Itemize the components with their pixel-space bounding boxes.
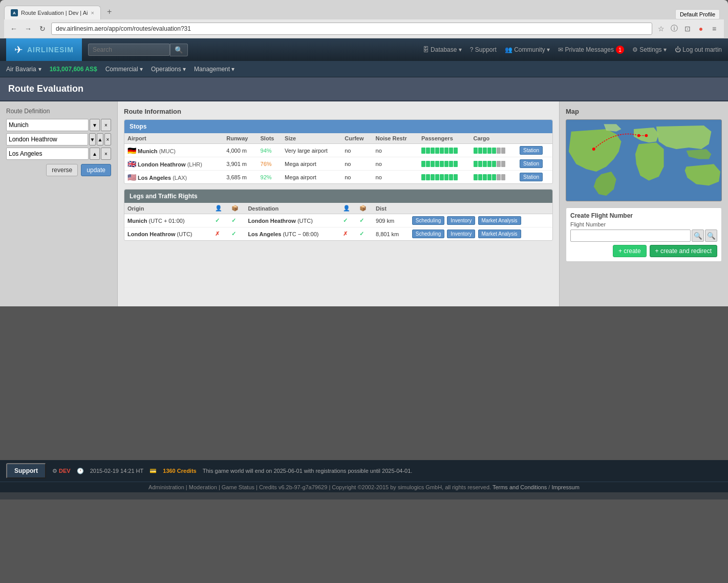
airport-remove-2[interactable]: × bbox=[104, 133, 111, 145]
col-slots: Slots bbox=[258, 133, 282, 144]
favicon: A bbox=[11, 9, 18, 16]
station-cell: Station bbox=[517, 144, 552, 157]
inventory-btn-2[interactable]: Inventory bbox=[447, 230, 475, 238]
search-input[interactable] bbox=[88, 44, 170, 56]
airport-down-2[interactable]: ▼ bbox=[89, 133, 96, 145]
cargo-status: ✓ bbox=[228, 227, 245, 241]
airport-remove-1[interactable]: × bbox=[101, 119, 111, 131]
extension-btn[interactable]: ● bbox=[695, 23, 706, 34]
app-container: ✈ AIRLINESIM 🔍 🗄 Database ▾ ? Support 👥 … bbox=[0, 38, 728, 499]
admin-link[interactable]: Administration bbox=[148, 484, 184, 490]
support-link[interactable]: ? Support bbox=[470, 46, 497, 53]
settings-link[interactable]: ⚙ Settings ▾ bbox=[632, 46, 667, 53]
market-analysis-btn-2[interactable]: Market Analysis bbox=[478, 230, 521, 238]
reverse-btn[interactable]: reverse bbox=[46, 164, 78, 176]
screenshot-btn[interactable]: ⊡ bbox=[682, 23, 693, 34]
search-area: 🔍 bbox=[88, 44, 188, 56]
pax-status: ✓ bbox=[212, 214, 228, 227]
bookmark-btn[interactable]: ☆ bbox=[655, 23, 667, 34]
forward-btn[interactable]: → bbox=[23, 23, 34, 34]
pax-seg bbox=[444, 148, 448, 154]
flag-de: 🇩🇪 bbox=[127, 147, 136, 155]
slots-pct: 92% bbox=[261, 174, 272, 180]
origin-cell: London Heathrow (UTC) bbox=[124, 227, 212, 241]
page-header: Route Evaluation bbox=[0, 77, 728, 101]
fn-search-btn-2[interactable]: 🔍 bbox=[705, 230, 717, 242]
moderation-link[interactable]: Moderation bbox=[189, 484, 217, 490]
close-tab-icon[interactable]: × bbox=[91, 10, 94, 16]
logo-area: ✈ AIRLINESIM bbox=[6, 38, 82, 61]
airport-input-2[interactable] bbox=[6, 133, 88, 145]
airport-down-1[interactable]: ▼ bbox=[90, 119, 100, 131]
cargo-seg bbox=[487, 148, 491, 154]
cargo-seg bbox=[492, 148, 496, 154]
cargo-cell bbox=[470, 171, 517, 184]
runway-cell: 3,685 m bbox=[223, 171, 257, 184]
airport-up-2[interactable]: ▲ bbox=[97, 133, 103, 145]
pax-seg bbox=[431, 161, 435, 167]
footer-credits-icon: 💳 bbox=[149, 468, 157, 474]
search-btn[interactable]: 🔍 bbox=[170, 44, 188, 56]
airport-row-3: ▲ × bbox=[6, 148, 111, 160]
default-profile-btn[interactable]: Default Profile bbox=[675, 9, 720, 19]
info-btn[interactable]: ⓘ bbox=[669, 23, 680, 34]
new-tab-btn[interactable]: + bbox=[101, 4, 118, 19]
station-btn-muc[interactable]: Station bbox=[520, 146, 543, 155]
pax-seg bbox=[426, 148, 430, 154]
airline-selector[interactable]: Air Bavaria ▾ bbox=[6, 66, 41, 73]
create-btn[interactable]: + create bbox=[613, 245, 647, 257]
airport-name-cell: 🇺🇸 Los Angeles (LAX) bbox=[124, 171, 223, 184]
nav-links: 🗄 Database ▾ ? Support 👥 Community ▾ ✉ P… bbox=[423, 46, 722, 54]
operations-link[interactable]: Operations ▾ bbox=[151, 66, 186, 73]
airport-code: (MUC) bbox=[159, 148, 176, 154]
support-btn[interactable]: Support bbox=[6, 463, 46, 478]
stops-header: Stops bbox=[124, 120, 552, 133]
impressum-link[interactable]: Impressum bbox=[551, 484, 579, 490]
airport-name: Munich bbox=[138, 148, 158, 154]
airport-remove-3[interactable]: × bbox=[101, 148, 111, 160]
airport-up-3[interactable]: ▲ bbox=[90, 148, 100, 160]
database-link[interactable]: 🗄 Database ▾ bbox=[423, 46, 462, 53]
station-btn-lax[interactable]: Station bbox=[520, 173, 543, 181]
dist-cell: 8,801 km bbox=[373, 227, 409, 241]
check-icon: ✓ bbox=[231, 217, 236, 223]
dest-pax-status: ✓ bbox=[340, 214, 356, 227]
legs-table: Origin 👤 📦 Destination 👤 📦 Dist bbox=[124, 203, 552, 240]
station-btn-lhr[interactable]: Station bbox=[520, 159, 543, 168]
menu-btn[interactable]: ≡ bbox=[709, 23, 720, 34]
address-bar[interactable] bbox=[51, 23, 652, 35]
inventory-btn-1[interactable]: Inventory bbox=[447, 216, 475, 225]
dest-name: London Heathrow bbox=[248, 218, 296, 224]
airline-name: Air Bavaria bbox=[6, 66, 36, 73]
noise-cell: no bbox=[373, 171, 418, 184]
reload-btn[interactable]: ↻ bbox=[37, 23, 48, 34]
runway-cell: 3,901 m bbox=[223, 157, 257, 171]
flag-us: 🇺🇸 bbox=[127, 173, 136, 181]
create-redirect-btn[interactable]: + create and redirect bbox=[650, 245, 717, 257]
game-status-link[interactable]: Game Status bbox=[222, 484, 254, 490]
update-btn[interactable]: update bbox=[81, 164, 111, 176]
market-analysis-btn-1[interactable]: Market Analysis bbox=[478, 216, 521, 225]
back-btn[interactable]: ← bbox=[8, 23, 19, 34]
scheduling-btn-2[interactable]: Scheduling bbox=[412, 230, 444, 238]
tos-link[interactable]: Terms and Conditions bbox=[493, 484, 547, 490]
cargo-seg-gray bbox=[497, 174, 501, 180]
col-dest-pax: 👤 bbox=[340, 203, 356, 214]
flight-number-input[interactable] bbox=[570, 230, 691, 242]
logout-link[interactable]: ⏻ Log out martin bbox=[675, 46, 722, 53]
messages-badge: 1 bbox=[616, 46, 624, 54]
messages-link[interactable]: ✉ Private Messages 1 bbox=[558, 46, 624, 54]
management-link[interactable]: Management ▾ bbox=[194, 66, 234, 73]
cargo-cell bbox=[470, 157, 517, 171]
dest-cell: London Heathrow (UTC) bbox=[245, 214, 339, 227]
active-tab[interactable]: A Route Evaluation | Dev | Ai × bbox=[4, 6, 101, 19]
airport-input-3[interactable] bbox=[6, 148, 89, 160]
fn-search-btn-1[interactable]: 🔍 bbox=[692, 230, 704, 242]
cargo-seg bbox=[478, 161, 482, 167]
airport-input-1[interactable] bbox=[6, 119, 89, 131]
credits-link[interactable]: Credits bbox=[259, 484, 277, 490]
community-link[interactable]: 👥 Community ▾ bbox=[505, 46, 550, 53]
commercial-link[interactable]: Commercial ▾ bbox=[105, 66, 143, 73]
tab-title: Route Evaluation | Dev | Ai bbox=[21, 10, 88, 16]
scheduling-btn-1[interactable]: Scheduling bbox=[412, 216, 444, 225]
